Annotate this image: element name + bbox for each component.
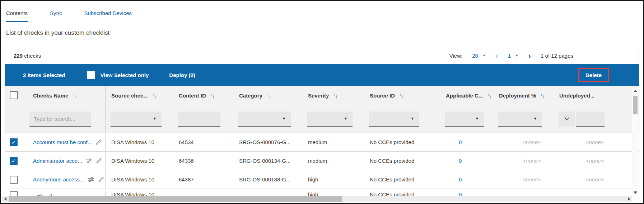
checks-count: 229 checks — [5, 53, 41, 59]
sort-icon[interactable]: ↑↓ — [152, 92, 157, 99]
tune-icon[interactable] — [85, 157, 92, 164]
horizontal-scroll-thumb[interactable] — [9, 196, 342, 202]
page-info: 1 of 12 pages — [541, 53, 573, 59]
chevron-down-icon: ▼ — [475, 117, 479, 120]
view-selected-only-checkbox[interactable] — [87, 71, 95, 79]
undeployed-filter-input[interactable] — [576, 112, 605, 127]
sort-icon[interactable]: ↑↓ — [487, 92, 491, 99]
cell-undeployed: <none> — [554, 176, 639, 182]
source-id-filter-dropdown[interactable]: ▼ — [369, 112, 419, 127]
scroll-down-icon[interactable] — [632, 190, 638, 195]
content-id-filter-input[interactable] — [178, 112, 220, 127]
cell-source-checklist: DISA Windows 10 — [106, 158, 173, 164]
applicable-count-link[interactable]: 0 — [459, 158, 462, 164]
tab-bar: Contents Sync Subscribed Devices — [6, 10, 643, 22]
row-checkbox[interactable]: ✓ — [10, 176, 18, 184]
cell-source-checklist: DISA Windows 10 — [106, 176, 173, 182]
scroll-right-icon[interactable] — [626, 196, 632, 202]
page-size-dropdown[interactable]: 20 ▼ — [472, 53, 486, 59]
vertical-scroll-thumb[interactable] — [633, 96, 638, 114]
prev-page-icon[interactable]: ‹ — [495, 52, 498, 60]
row-checkbox[interactable]: ✓ — [10, 157, 18, 165]
applicable-filter-dropdown[interactable]: ▼ — [445, 112, 484, 127]
cell-source-id: No CCEs provided — [364, 176, 440, 182]
cell-deployment-pct: <none> — [493, 158, 554, 164]
horizontal-scrollbar[interactable] — [2, 196, 632, 202]
scroll-up-icon[interactable] — [632, 88, 638, 94]
horizontal-scroll-track[interactable] — [8, 196, 626, 202]
selection-action-bar: 2 Items Selected View Selected only Depl… — [5, 64, 639, 86]
column-header-source-checklist: Source chec... ↑↓ — [106, 92, 173, 99]
current-page-dropdown[interactable]: 1 ▼ — [508, 53, 518, 59]
deploy-button[interactable]: Deploy (2) — [169, 72, 195, 78]
view-selected-only-label: View Selected only — [101, 72, 149, 78]
page-size-value: 20 — [472, 53, 478, 59]
check-name-link[interactable]: Accounts must be conf... — [33, 139, 92, 145]
category-filter-dropdown[interactable]: ▼ — [238, 112, 291, 127]
cell-severity: high — [302, 176, 364, 182]
edit-icon[interactable] — [95, 157, 102, 164]
cell-content-id: 64387 — [173, 176, 233, 182]
check-name-link[interactable]: Administrator acco... — [33, 158, 82, 164]
divider — [161, 69, 161, 81]
table-header-row: ✓ Checks Name ↑↓ Source chec... ↑↓ Conte… — [5, 86, 639, 105]
edit-icon[interactable] — [95, 139, 102, 146]
cell-category: SRG-OS-000138-G... — [233, 176, 302, 182]
chevron-down-icon: ▼ — [533, 117, 537, 120]
sort-icon[interactable]: ↑↓ — [210, 92, 215, 99]
undeployed-operator-dropdown[interactable] — [559, 112, 575, 127]
checks-count-label: checks — [24, 53, 41, 59]
chevron-down-icon: ▼ — [482, 54, 486, 57]
chevron-down-icon: ▼ — [344, 117, 347, 120]
scroll-left-icon[interactable] — [2, 196, 8, 202]
chevron-down-icon: ▼ — [153, 117, 157, 120]
sort-icon[interactable]: ↑↓ — [540, 92, 545, 99]
checks-table-container: 229 checks View: 20 ▼ ‹ 1 ▼ › 1 of 12 pa… — [5, 47, 639, 203]
table-filter-row: ▼ ▼ ▼ ▼ ▼ ▼ — [5, 105, 639, 133]
select-all-checkbox[interactable]: ✓ — [10, 91, 18, 99]
table-toolbar: 229 checks View: 20 ▼ ‹ 1 ▼ › 1 of 12 pa… — [5, 47, 639, 64]
cell-category: SRG-OS-000134-G... — [233, 158, 302, 164]
tab-contents[interactable]: Contents — [6, 10, 28, 22]
sort-icon[interactable]: ↑↓ — [333, 92, 337, 99]
cell-source-id: No CCEs provided — [364, 158, 440, 164]
column-header-source-id: Source ID ↑↓ — [364, 92, 440, 99]
row-checkbox[interactable]: ✓ — [10, 138, 18, 146]
sort-icon[interactable]: ↑↓ — [73, 92, 77, 99]
undeployed-filter — [559, 112, 639, 127]
deployment-pct-filter-dropdown[interactable]: ▼ — [498, 112, 542, 127]
cell-content-id: 64336 — [173, 158, 233, 164]
checks-count-number: 229 — [14, 53, 23, 59]
cell-undeployed: <none> — [554, 158, 639, 164]
sort-icon[interactable]: ↑↓ — [267, 92, 271, 99]
delete-button[interactable]: Delete — [578, 68, 609, 82]
applicable-count-link[interactable]: 0 — [459, 176, 462, 182]
view-label: View: — [449, 53, 462, 59]
check-name-link[interactable]: Anonymous access... — [33, 176, 84, 182]
cell-source-checklist: DISA Windows 10 — [106, 139, 173, 145]
source-checklist-filter-dropdown[interactable]: ▼ — [111, 112, 162, 127]
chevron-down-icon: ▼ — [411, 117, 414, 120]
tune-icon[interactable] — [88, 176, 94, 183]
table-row: ✓ Anonymous access... DISA Windows 10 64… — [5, 170, 639, 189]
applicable-count-link[interactable]: 0 — [459, 139, 462, 145]
items-selected-text: 2 Items Selected — [23, 72, 65, 78]
cell-deployment-pct: <none> — [493, 176, 554, 182]
search-input[interactable] — [29, 112, 91, 127]
column-header-severity: Severity ↑↓ — [302, 92, 364, 99]
next-page-icon[interactable]: › — [528, 52, 531, 60]
column-header-applicable: Applicable C... ↑↓ — [440, 92, 493, 99]
tab-subscribed-devices[interactable]: Subscribed Devices — [84, 10, 132, 22]
vertical-scroll-track[interactable] — [633, 94, 638, 190]
tab-sync[interactable]: Sync — [50, 10, 62, 22]
app-window: Contents Sync Subscribed Devices List of… — [0, 0, 644, 204]
severity-filter-dropdown[interactable]: ▼ — [307, 112, 353, 127]
pagination: View: 20 ▼ ‹ 1 ▼ › 1 of 12 pages — [449, 52, 639, 60]
sort-icon[interactable]: ↑↓ — [399, 92, 403, 99]
cell-severity: medium — [302, 158, 364, 164]
edit-icon[interactable] — [98, 176, 104, 183]
vertical-scrollbar[interactable] — [632, 88, 638, 195]
column-header-deployment-pct: Deployment % ↑↓ — [493, 92, 554, 99]
chevron-down-icon: ▼ — [282, 117, 286, 120]
cell-severity: medium — [302, 139, 364, 145]
